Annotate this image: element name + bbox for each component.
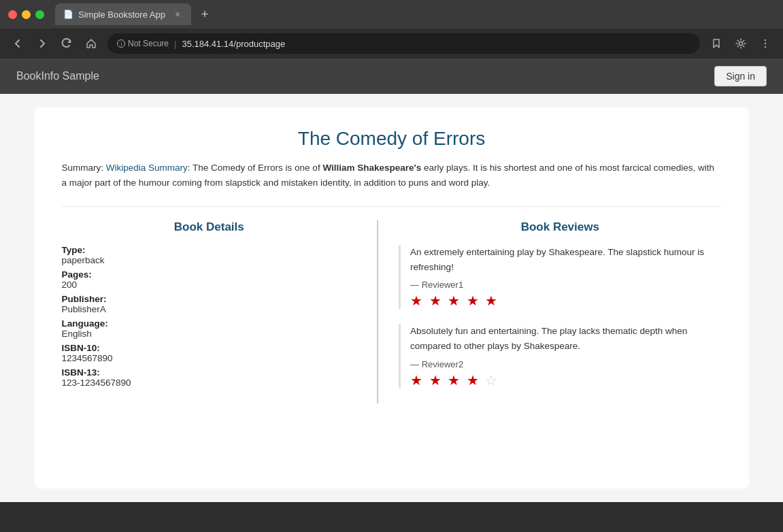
extensions-icon[interactable]: [731, 34, 750, 53]
type-label: Type:: [62, 245, 357, 255]
detail-publisher: Publisher: PublisherA: [62, 294, 357, 314]
stars-2: ★ ★ ★ ★ ☆: [410, 372, 721, 388]
book-title: The Comedy of Errors: [62, 128, 722, 150]
pages-label: Pages:: [62, 269, 357, 280]
isbn10-value: 1234567890: [62, 353, 357, 363]
publisher-value: PublisherA: [62, 304, 357, 314]
tab-favicon-icon: 📄: [63, 10, 73, 19]
review-text-1: An extremely entertaining play by Shakes…: [410, 245, 721, 274]
detail-language: Language: English: [62, 318, 357, 339]
tab-close-button[interactable]: ×: [172, 9, 183, 20]
active-tab[interactable]: 📄 Simple Bookstore App ×: [55, 3, 191, 25]
svg-point-3: [765, 39, 766, 41]
tab-bar: 📄 Simple Bookstore App × +: [55, 3, 775, 25]
app-brand-label: BookInfo Sample: [16, 70, 99, 82]
maximize-window-button[interactable]: [35, 10, 44, 19]
detail-isbn10: ISBN-10: 1234567890: [62, 343, 357, 363]
sign-in-button[interactable]: Sign in: [714, 66, 767, 86]
nav-buttons: [8, 34, 101, 53]
back-button[interactable]: [8, 34, 27, 53]
reviewer-name-2: — Reviewer2: [410, 359, 721, 369]
tab-title: Simple Bookstore App: [78, 10, 167, 20]
address-url: 35.184.41.14/productpage: [182, 39, 285, 49]
security-indicator: i Not Secure: [117, 39, 169, 48]
isbn13-value: 123-1234567890: [62, 378, 357, 388]
address-bar: i Not Secure | 35.184.41.14/productpage: [0, 29, 783, 59]
app-header: BookInfo Sample Sign in: [0, 59, 783, 94]
language-value: English: [62, 329, 357, 339]
forward-button[interactable]: [33, 34, 52, 53]
content-area: The Comedy of Errors Summary: Wikipedia …: [0, 94, 783, 502]
publisher-label: Publisher:: [62, 294, 357, 304]
summary-prefix: Summary:: [62, 163, 106, 173]
menu-icon[interactable]: [756, 34, 775, 53]
star-empty-icon: ☆: [485, 373, 499, 388]
isbn13-label: ISBN-13:: [62, 367, 357, 378]
language-label: Language:: [62, 318, 357, 329]
book-summary: Summary: Wikipedia Summary: The Comedy o…: [62, 161, 722, 190]
isbn10-label: ISBN-10:: [62, 343, 357, 353]
home-button[interactable]: [82, 34, 101, 53]
browser-window: 📄 Simple Bookstore App × + i: [0, 0, 783, 532]
toolbar-icons: [707, 34, 775, 53]
review-card-2: Absolutely fun and entertaining. The pla…: [399, 324, 721, 388]
book-details-column: Book Details Type: paperback Pages: 200 …: [62, 220, 379, 403]
stars-1: ★ ★ ★ ★ ★: [410, 293, 721, 309]
address-input-field[interactable]: i Not Secure | 35.184.41.14/productpage: [107, 33, 700, 54]
two-column-layout: Book Details Type: paperback Pages: 200 …: [62, 206, 722, 403]
pages-value: 200: [62, 280, 357, 290]
reviewer-name-1: — Reviewer1: [410, 280, 721, 290]
page-card: The Comedy of Errors Summary: Wikipedia …: [35, 107, 749, 488]
detail-type: Type: paperback: [62, 245, 357, 265]
new-tab-button[interactable]: +: [195, 5, 214, 24]
address-separator: |: [174, 39, 176, 49]
reload-button[interactable]: [57, 34, 76, 53]
not-secure-label: Not Secure: [128, 39, 169, 48]
bookmark-icon[interactable]: [707, 34, 726, 53]
review-card-1: An extremely entertaining play by Shakes…: [399, 245, 721, 309]
detail-isbn13: ISBN-13: 123-1234567890: [62, 367, 357, 388]
svg-point-5: [765, 46, 766, 48]
type-value: paperback: [62, 255, 357, 265]
summary-text-1: : The Comedy of Errors is one of: [188, 163, 323, 173]
svg-point-4: [765, 43, 766, 44]
svg-point-2: [739, 42, 743, 46]
traffic-lights: [8, 10, 44, 19]
minimize-window-button[interactable]: [22, 10, 31, 19]
reviews-heading: Book Reviews: [399, 220, 721, 234]
details-heading: Book Details: [62, 220, 357, 234]
close-window-button[interactable]: [8, 10, 17, 19]
summary-bold-text: William Shakespeare's: [322, 163, 421, 173]
wikipedia-summary-link[interactable]: Wikipedia Summary: [106, 163, 188, 173]
svg-text:i: i: [121, 41, 123, 47]
review-text-2: Absolutely fun and entertaining. The pla…: [410, 324, 721, 353]
book-reviews-column: Book Reviews An extremely entertaining p…: [378, 220, 721, 403]
detail-pages: Pages: 200: [62, 269, 357, 290]
title-bar: 📄 Simple Bookstore App × +: [0, 0, 783, 29]
